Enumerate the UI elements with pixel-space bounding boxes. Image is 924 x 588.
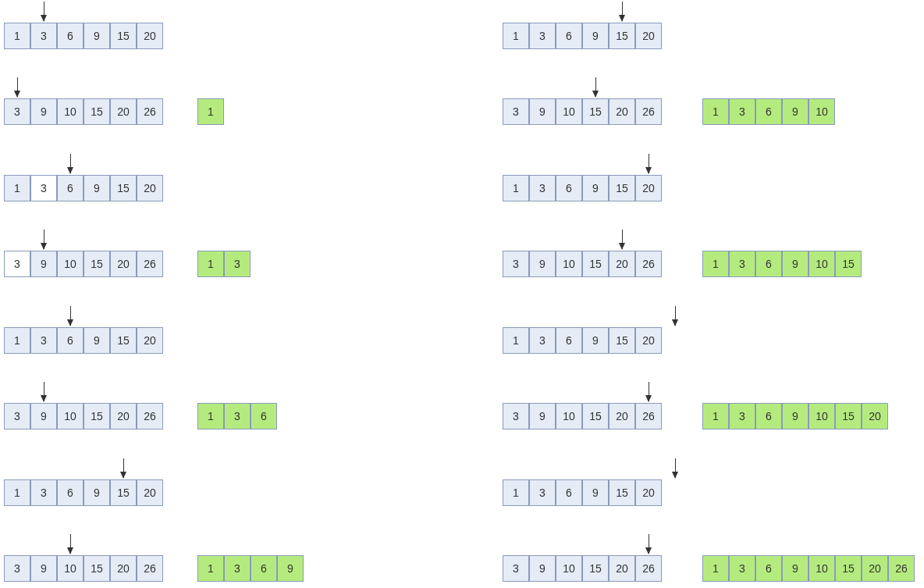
step-0-array1: 13691520 — [4, 23, 163, 49]
result: 1 — [197, 98, 224, 125]
result: 13 — [197, 251, 251, 277]
step-4-result: 136910 — [702, 98, 835, 125]
arr2: 3910152026 — [4, 403, 163, 429]
result-cell-1: 3 — [224, 403, 251, 429]
arr2-cell-5: 26 — [137, 555, 163, 582]
result-cell-4: 10 — [808, 555, 835, 582]
pointer-arrow — [622, 230, 623, 249]
step-7-array1: 13691520 — [503, 479, 662, 506]
arr2-cell-0: 3 — [503, 251, 529, 277]
arr1-cell-2: 6 — [57, 479, 84, 506]
pointer-arrow — [649, 382, 649, 401]
step-3-array1: 13691520 — [4, 479, 163, 506]
result-cell-3: 9 — [782, 555, 808, 582]
arr1-cell-3: 9 — [582, 175, 609, 201]
arr1-cell-3: 9 — [582, 327, 609, 354]
pointer-arrow — [622, 2, 623, 21]
result-cell-0: 1 — [702, 251, 729, 277]
arr2-cell-1: 9 — [529, 251, 556, 277]
arr2-cell-0: 3 — [4, 555, 30, 582]
arr2-cell-1: 9 — [30, 403, 57, 429]
arr1-cell-3: 9 — [582, 479, 609, 506]
arr2-cell-2: 10 — [556, 403, 582, 429]
arr1-cell-0: 1 — [503, 479, 529, 506]
arr2-cell-2: 10 — [556, 555, 582, 582]
arr2-cell-5: 26 — [137, 251, 163, 277]
arr1-cell-1: 3 — [30, 175, 57, 201]
step-4-array1: 13691520 — [503, 23, 662, 49]
arr1-cell-2: 6 — [57, 23, 84, 49]
arr2-cell-4: 20 — [609, 98, 635, 125]
pointer-arrow — [44, 230, 44, 249]
result-cell-6: 20 — [862, 403, 888, 429]
arr1: 13691520 — [503, 175, 662, 201]
arr2-cell-1: 9 — [30, 555, 57, 582]
arr2-cell-0: 3 — [4, 98, 30, 125]
result-cell-1: 3 — [224, 555, 251, 582]
arr1-cell-5: 20 — [137, 175, 163, 201]
step-2-array1: 13691520 — [4, 327, 163, 354]
pointer-arrow — [70, 306, 71, 326]
step-7-result: 136910152026 — [702, 555, 915, 582]
arr2-cell-1: 9 — [30, 98, 57, 125]
arr1-cell-4: 15 — [110, 479, 137, 506]
arr2-cell-1: 9 — [529, 403, 556, 429]
arr2-cell-2: 10 — [57, 251, 84, 277]
arr1-cell-1: 3 — [529, 479, 556, 506]
result-cell-1: 3 — [729, 98, 755, 125]
pointer-arrow — [595, 77, 596, 97]
result-cell-2: 6 — [755, 555, 782, 582]
arr1-cell-0: 1 — [4, 327, 30, 354]
result-cell-1: 3 — [729, 403, 755, 429]
result-cell-1: 3 — [224, 251, 251, 277]
arr2-cell-0: 3 — [503, 98, 529, 125]
pointer-arrow — [675, 306, 676, 326]
result-cell-3: 9 — [277, 555, 304, 582]
arr2-cell-0: 3 — [503, 555, 529, 582]
arr1-cell-5: 20 — [635, 327, 662, 354]
arr1-cell-5: 20 — [137, 479, 163, 506]
arr2: 3910152026 — [503, 555, 662, 582]
arr1-cell-0: 1 — [4, 175, 30, 201]
arr1-cell-3: 9 — [84, 175, 110, 201]
pointer-arrow — [675, 458, 676, 478]
arr1: 13691520 — [503, 479, 662, 506]
result: 136 — [197, 403, 277, 429]
result-cell-0: 1 — [197, 98, 224, 125]
arr2-cell-2: 10 — [57, 98, 84, 125]
pointer-arrow — [44, 382, 44, 401]
result-cell-4: 10 — [808, 403, 835, 429]
step-0-result: 1 — [197, 98, 224, 125]
step-6-result: 1369101520 — [702, 403, 888, 429]
pointer-arrow — [123, 458, 124, 478]
arr2-cell-4: 20 — [110, 98, 137, 125]
arr1-cell-4: 15 — [609, 23, 635, 49]
arr1: 13691520 — [503, 23, 662, 49]
arr2: 3910152026 — [503, 251, 662, 277]
arr1-cell-5: 20 — [137, 327, 163, 354]
step-2-array2: 3910152026 — [4, 403, 163, 429]
result-cell-0: 1 — [702, 403, 729, 429]
arr1-cell-4: 15 — [110, 23, 137, 49]
step-6-array1: 13691520 — [503, 327, 662, 354]
step-3-array2: 3910152026 — [4, 555, 163, 582]
arr2-cell-2: 10 — [57, 555, 84, 582]
arr1: 13691520 — [503, 327, 662, 354]
result: 13691015 — [702, 251, 862, 277]
arr1-cell-5: 20 — [635, 23, 662, 49]
arr2-cell-3: 15 — [84, 98, 110, 125]
arr1-cell-3: 9 — [84, 23, 110, 49]
result-cell-2: 6 — [251, 555, 277, 582]
arr1: 13691520 — [4, 175, 163, 201]
arr1-cell-4: 15 — [110, 175, 137, 201]
step-2-result: 136 — [197, 403, 277, 429]
arr1-cell-2: 6 — [556, 479, 582, 506]
arr2: 3910152026 — [4, 251, 163, 277]
pointer-arrow — [70, 534, 71, 554]
pointer-arrow — [17, 77, 18, 97]
result-cell-5: 15 — [835, 555, 862, 582]
result-cell-2: 6 — [755, 251, 782, 277]
arr1-cell-0: 1 — [4, 479, 30, 506]
arr1-cell-2: 6 — [556, 327, 582, 354]
arr1-cell-3: 9 — [84, 479, 110, 506]
